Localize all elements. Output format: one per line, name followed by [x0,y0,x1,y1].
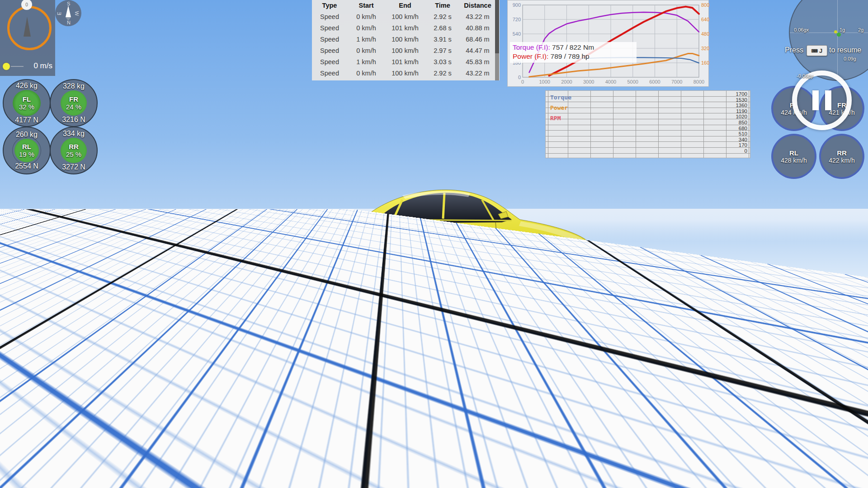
ignite-node-button[interactable]: IGNITE NODE [326,466,408,484]
refresh-icon[interactable]: ↻ [176,396,182,404]
svg-text:P: P [840,436,845,445]
col-type: Type [312,2,347,9]
engine-rpm-readout: 7425 RPM [581,459,626,474]
col-start: Start [347,2,385,9]
svg-text:6L8: 6L8 [562,276,569,280]
wheel-slip-disc: RR 25 % [61,138,87,163]
debug-line: power coef: 2.83 factor [119,450,202,460]
cruise-control: SET RES [7,335,51,380]
pedal-value: 0 [519,472,530,479]
pause-hint-press: Press [785,46,803,54]
steering-position-slider[interactable] [566,455,620,457]
compass-e: E [57,12,62,15]
g-label-2g: 2g [858,27,863,33]
wheel-force: 3216 N [62,116,85,124]
stat-line: Range: 70.84 km [1,476,97,486]
wheel-slip-disc: FL 32 % [13,90,41,116]
pause-button[interactable] [792,70,852,130]
svg-text:8: 8 [833,386,839,398]
svg-text:900: 900 [513,2,521,8]
stat-line: Power: 654.48 kW [1,437,97,447]
cruise-down-arrow[interactable] [33,366,44,378]
wheel-label: RR [69,143,79,150]
wheel-stat-rr: 334 kg RR 25 % 3272 N [50,127,98,174]
debug-line: backpressure: 5.01 [119,479,202,488]
stat-line: Engine Torque: 842 N m [1,418,97,427]
strip-recorder-panel: Torque Power RPM 17001530 13601190 10208… [545,90,750,158]
wheel-pct: 24 % [66,103,81,111]
wheel-force: 4177 N [15,116,38,124]
svg-text:800: 800 [701,2,709,8]
stat-line: Consumption: 73.92 L/100km [1,467,97,477]
table-row: Speed1 km/h 101 km/h3.03 s 45.83 m [312,56,500,67]
col-distance: Distance [460,2,495,9]
g-label-gy2: 0.09g [844,56,856,61]
col-time: Time [425,2,460,9]
engine-caption: Engine (x1) [581,474,611,481]
license-plate: 6L8 BEAM [555,274,576,290]
wheelspeed-gauge [629,413,674,459]
gear-indicator: 8 [787,435,797,456]
throttle-track [11,66,24,67]
wheel-stat-fl: 426 kg FL 32 % 4177 N [3,79,51,127]
airspeed-caption: Airspeed [688,474,710,481]
table-scrollbar[interactable] [495,0,499,80]
svg-text:7000: 7000 [671,79,682,84]
svg-text:640: 640 [701,17,709,22]
svg-text:720: 720 [513,17,521,22]
pause-hint-resume: to resume [829,46,861,54]
dyno-left-axis: 900720 540360 1800 [513,2,521,80]
svg-text:1: 1 [769,450,775,462]
wheel-force: 2554 N [15,162,38,170]
wheelspeed-rl: RL 428 km/h [771,134,816,179]
svg-text:2: 2 [752,432,758,444]
dyno-tooltip: Torque (F.I): 757 / 822 Nm Power (F.I): … [510,42,637,63]
svg-text:7: 7 [816,369,822,381]
wheelspeed-caption: Wheelspeed [632,474,664,481]
cruise-speed-digit [35,351,45,366]
abs-icon: ABS [825,450,838,463]
break-all-breakgroups-button[interactable]: BREAK ALL BREAKGROUPS [239,447,330,465]
wheel-label: FL [23,95,31,103]
svg-text:u: u [825,414,827,418]
keyboard-key-j-icon: ⌨J [807,45,827,56]
wheel-stat-rl: 260 kg RL 19 % 2554 N [3,127,51,174]
extinguish-vehicle-button[interactable]: EXTINGUISH VEHICLE [410,466,495,484]
svg-text:4000: 4000 [605,79,616,84]
cruise-res-button[interactable]: RES [7,351,30,365]
airspeed-readout: 0429km/h [681,460,716,472]
mini-compass: S E W N [55,0,81,26]
g-label-gx: 0.06gx [794,27,809,33]
wheel-pct: 19 % [19,150,34,158]
dyno-chart-panel: 900720 540360 1800 800640 480320 160 010… [507,0,709,87]
g-label-gy: -0.06gy [797,73,813,79]
table-row-partial: Speed0 km/h 100 km/h2.92 s 43.22 m [312,67,500,79]
avg-fuel-value: 130.2 [113,397,186,410]
deflate-tires-button[interactable]: DEFLATE TIRES [333,447,413,465]
wheel-label: RL [22,143,31,150]
wheel-force: 3272 N [62,163,85,171]
debug-line: boost: 31.6 PSI [119,441,202,451]
ignite-vehicle-button[interactable]: IGNITE VEHICLE [239,466,324,484]
strip-scale: 17001530 13601190 1020850 680510 340170 … [736,91,747,154]
tooltip-power-label: Power (F.I): [513,52,548,60]
table-row: Speed0 km/h 100 km/h2.92 s 43.22 m [312,11,500,22]
speed-tape-current: S [774,333,780,344]
svg-text:2000: 2000 [561,79,572,84]
svg-text:4: 4 [752,386,758,398]
cruise-up-arrow[interactable] [33,335,44,347]
wheelspeed-readout: 0424km/h [628,460,663,472]
wheel-load: 328 kg [63,82,85,90]
wheel-load: 334 kg [63,130,85,138]
engine-debug-panel: rpm: 235425 boost: 31.6 PSI power coef: … [117,431,202,488]
gps-speed-panel: 0 0 m/s [0,0,55,76]
pedal-bar [550,435,561,471]
tachometer: 12 34 56 78 424 km/h 8 x1000 RPM u [720,344,865,488]
svg-text:480: 480 [701,31,709,37]
break-all-hinges-button[interactable]: BREAK ALL HINGES [416,447,495,465]
vehicle-stats-readout: Enging RPM: 7425 Gear: F 8 / 8 Engine To… [1,398,97,486]
table-scrollbar-thumb[interactable] [495,0,499,53]
cruise-set-button[interactable]: SET [7,337,30,351]
table-row: Speed1 km/h 100 km/h3.91 s 68.46 m [312,33,500,45]
pedals-axis-label: Pedals & Axis [499,479,564,486]
